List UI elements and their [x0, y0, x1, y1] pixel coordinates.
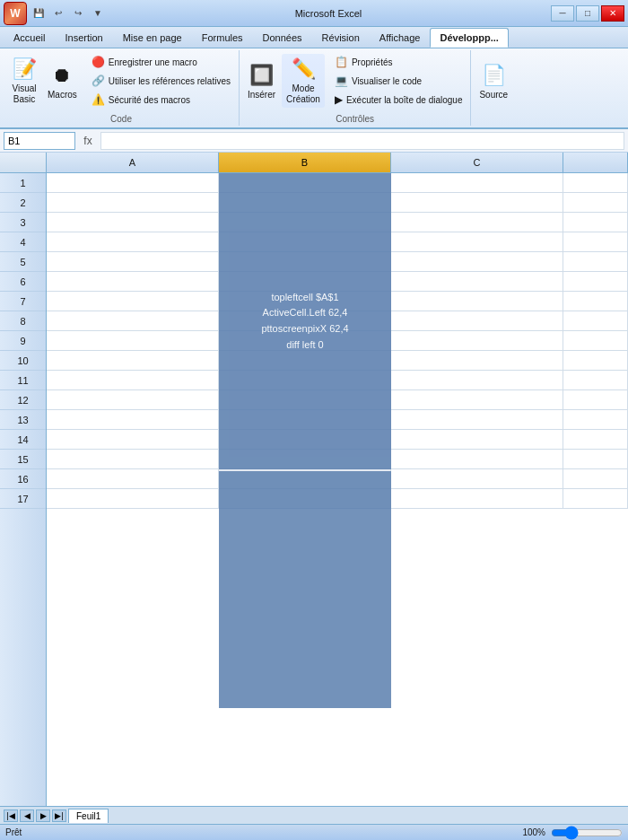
cell-d11[interactable]: [563, 371, 628, 390]
cell-a1[interactable]: [47, 173, 219, 193]
cell-c12[interactable]: [391, 390, 563, 410]
cell-c7[interactable]: [391, 292, 563, 311]
cell-a16[interactable]: [47, 469, 219, 489]
tab-revision[interactable]: Révision: [312, 28, 370, 48]
row-header-13[interactable]: 13: [0, 410, 46, 430]
cell-c8[interactable]: [391, 311, 563, 331]
cell-a2[interactable]: [47, 193, 219, 213]
cell-c17[interactable]: [391, 489, 563, 509]
cell-b14[interactable]: [219, 430, 391, 450]
visual-basic-button[interactable]: 📝 VisualBasic: [7, 54, 41, 108]
cell-d9[interactable]: [563, 331, 628, 351]
cell-d2[interactable]: [563, 193, 628, 213]
tab-donnees[interactable]: Données: [253, 28, 312, 48]
tab-nav-first[interactable]: |◀: [4, 809, 18, 822]
cell-b17[interactable]: [219, 489, 391, 509]
restore-button[interactable]: □: [576, 5, 599, 22]
cell-b5[interactable]: [219, 252, 391, 272]
corner-cell[interactable]: [0, 153, 47, 172]
sheet-tab-feuil1[interactable]: Feuil1: [68, 809, 109, 823]
references-relatives-button[interactable]: 🔗 Utiliser les références relatives: [87, 72, 235, 90]
zoom-slider[interactable]: [551, 829, 623, 836]
cell-d3[interactable]: [563, 213, 628, 232]
cell-c6[interactable]: [391, 272, 563, 292]
cell-a3[interactable]: [47, 213, 219, 232]
cell-b16[interactable]: [219, 469, 391, 489]
cell-a15[interactable]: [47, 450, 219, 469]
cell-d7[interactable]: [563, 292, 628, 311]
tab-affichage[interactable]: Affichage: [370, 28, 431, 48]
cell-b12[interactable]: [219, 390, 391, 410]
cell-b7[interactable]: [219, 292, 391, 311]
cell-a12[interactable]: [47, 390, 219, 410]
tab-accueil[interactable]: Accueil: [4, 28, 55, 48]
cell-c15[interactable]: [391, 450, 563, 469]
cell-a10[interactable]: [47, 351, 219, 371]
cell-c5[interactable]: [391, 252, 563, 272]
cell-d12[interactable]: [563, 390, 628, 410]
cell-d8[interactable]: [563, 311, 628, 331]
cell-d13[interactable]: [563, 410, 628, 430]
row-header-9[interactable]: 9: [0, 331, 46, 351]
tab-developpeur[interactable]: Développp...: [430, 28, 508, 48]
cell-b8[interactable]: [219, 311, 391, 331]
cell-c10[interactable]: [391, 351, 563, 371]
cell-d15[interactable]: [563, 450, 628, 469]
cell-a17[interactable]: [47, 489, 219, 509]
col-header-d[interactable]: [563, 153, 628, 172]
cell-c11[interactable]: [391, 371, 563, 390]
cell-b9[interactable]: [219, 331, 391, 351]
row-header-5[interactable]: 5: [0, 252, 46, 272]
cell-a7[interactable]: [47, 292, 219, 311]
row-header-1[interactable]: 1: [0, 173, 46, 193]
tab-mise-en-page[interactable]: Mise en page: [113, 28, 192, 48]
cell-c16[interactable]: [391, 469, 563, 489]
cell-d6[interactable]: [563, 272, 628, 292]
tab-formules[interactable]: Formules: [192, 28, 253, 48]
col-header-b[interactable]: B: [219, 153, 391, 172]
close-button[interactable]: ✕: [601, 5, 624, 22]
row-header-16[interactable]: 16: [0, 469, 46, 489]
formula-input[interactable]: [100, 132, 624, 150]
tab-nav-next[interactable]: ▶: [36, 809, 50, 822]
row-header-2[interactable]: 2: [0, 193, 46, 213]
proprietes-button[interactable]: 📋 Propriétés: [330, 53, 467, 71]
row-header-11[interactable]: 11: [0, 371, 46, 390]
row-header-14[interactable]: 14: [0, 430, 46, 450]
cell-a13[interactable]: [47, 410, 219, 430]
visualiser-code-button[interactable]: 💻 Visualiser le code: [330, 72, 467, 90]
cell-b1[interactable]: [219, 173, 391, 193]
tab-nav-prev[interactable]: ◀: [20, 809, 34, 822]
source-button[interactable]: 📄 Source: [475, 54, 512, 108]
qat-save[interactable]: 💾: [31, 5, 47, 22]
mode-creation-button[interactable]: ✏️ ModeCréation: [282, 54, 325, 108]
macros-button[interactable]: ⏺ Macros: [43, 54, 82, 108]
cell-c14[interactable]: [391, 430, 563, 450]
row-header-8[interactable]: 8: [0, 311, 46, 331]
row-header-4[interactable]: 4: [0, 232, 46, 252]
cell-a8[interactable]: [47, 311, 219, 331]
cell-b4[interactable]: [219, 232, 391, 252]
cell-b11[interactable]: [219, 371, 391, 390]
cell-b15[interactable]: [219, 450, 391, 469]
securite-macros-button[interactable]: ⚠️ Sécurité des macros: [87, 91, 235, 109]
cell-a11[interactable]: [47, 371, 219, 390]
tab-nav-last[interactable]: ▶|: [52, 809, 66, 822]
qat-dropdown[interactable]: ▼: [90, 5, 106, 22]
col-header-a[interactable]: A: [47, 153, 219, 172]
row-header-10[interactable]: 10: [0, 351, 46, 371]
cell-b2[interactable]: [219, 193, 391, 213]
cell-b13[interactable]: [219, 410, 391, 430]
cell-a6[interactable]: [47, 272, 219, 292]
cell-d4[interactable]: [563, 232, 628, 252]
cell-c9[interactable]: [391, 331, 563, 351]
cell-c13[interactable]: [391, 410, 563, 430]
col-header-c[interactable]: C: [391, 153, 563, 172]
cell-b3[interactable]: [219, 213, 391, 232]
cell-c1[interactable]: [391, 173, 563, 193]
enregistrer-macro-button[interactable]: 🔴 Enregistrer une macro: [87, 53, 235, 71]
tab-insertion[interactable]: Insertion: [55, 28, 112, 48]
qat-redo[interactable]: ↪: [70, 5, 86, 22]
inserer-button[interactable]: 🔲 Insérer: [243, 54, 280, 108]
cell-c4[interactable]: [391, 232, 563, 252]
